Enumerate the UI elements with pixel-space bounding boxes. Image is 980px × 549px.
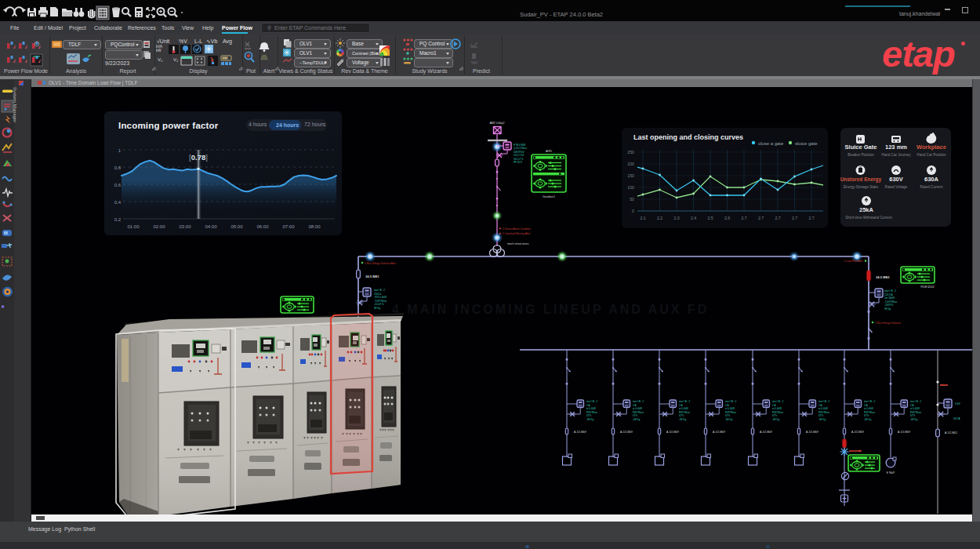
svg-text:2 Device Alarm Condition: 2 Device Alarm Condition — [503, 227, 531, 231]
svg-text:-7v09 98var: -7v09 98var — [884, 300, 897, 304]
svg-text:PF 90.9: PF 90.9 — [514, 161, 522, 164]
svg-text:PDM 6D02: PDM 6D02 — [920, 285, 935, 289]
svg-text:P 98.6 MW: P 98.6 MW — [514, 144, 525, 147]
svg-text:Vd 0.2 %: Vd 0.2 % — [514, 158, 524, 161]
svg-text:-7v99 98var: -7v99 98var — [374, 300, 387, 303]
svg-text:1 Load Flow Alert: 1 Load Flow Alert — [844, 260, 863, 263]
svg-text:-28.87%: -28.87% — [884, 304, 894, 307]
svg-text:Q 45.3 Mvar: Q 45.3 Mvar — [514, 147, 527, 150]
svg-text:A-1/2-M02: A-1/2-M02 — [945, 431, 957, 434]
svg-text:AVR5: AVR5 — [546, 150, 552, 153]
svg-text:E 9kkP: E 9kkP — [887, 471, 895, 474]
svg-text:2 Bus Voltage Violation Alert: 2 Bus Voltage Violation Alert — [365, 262, 396, 265]
svg-text:AM2 Utility2: AM2 Utility2 — [489, 122, 504, 125]
svg-text:-976 0.4kW: -976 0.4kW — [374, 296, 387, 299]
svg-text:408.99 kV: 408.99 kV — [514, 151, 525, 154]
svg-text:88 Vg: 88 Vg — [374, 307, 380, 310]
svg-text:98 Vg: 98 Vg — [884, 307, 891, 311]
svg-text:mwr# B: -2: mwr# B: -2 — [884, 289, 896, 293]
svg-text:4 MAIN INCOMING LINEUP AND AUX: 4 MAIN INCOMING LINEUP AND AUX FD — [392, 303, 709, 316]
svg-text:Gearbox1: Gearbox1 — [543, 195, 555, 198]
svg-text:-20.03 %: -20.03 % — [374, 303, 384, 306]
svg-text:34.5 BB2: 34.5 BB2 — [876, 275, 890, 279]
svg-text:mw# B: -2: mw# B: -2 — [374, 289, 385, 292]
svg-text:22kZvr: 22kZvr — [374, 293, 381, 296]
svg-text:mech in/out wires: mech in/out wires — [507, 242, 528, 245]
svg-text:102.2 %V: 102.2 %V — [514, 154, 524, 157]
svg-text:34.5 BB1: 34.5 BB1 — [365, 274, 379, 278]
svg-text:1 Bus Voltage Violation: 1 Bus Voltage Violation — [875, 322, 901, 325]
svg-text:1 Overload Warning Alert: 1 Overload Warning Alert — [503, 232, 531, 235]
svg-text:5m 34kW: 5m 34kW — [884, 296, 895, 300]
svg-text:207 A: 207 A — [953, 417, 960, 420]
svg-text:5 kV: 5 kV — [955, 402, 960, 405]
svg-text:224.3 A: 224.3 A — [884, 293, 893, 296]
